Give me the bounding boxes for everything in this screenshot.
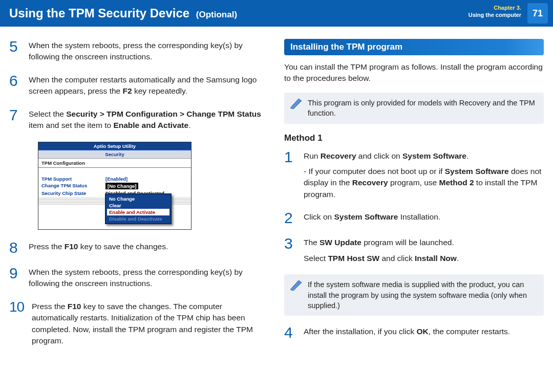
right-column: Installing the TPM program You can insta… — [284, 39, 544, 357]
bios-option-selected: Enable and Activate — [107, 209, 169, 215]
step-number: 2 — [284, 210, 304, 226]
svg-marker-3 — [290, 280, 302, 291]
method1-step-4: 4 After the installation, if you click O… — [284, 325, 544, 340]
step-number: 4 — [284, 325, 304, 340]
body-columns: 5 When the system reboots, press the cor… — [0, 27, 553, 357]
step-text: When the system reboots, press the corre… — [29, 266, 269, 290]
step-text: Run Recovery and click on System Softwar… — [304, 149, 544, 201]
svg-marker-0 — [290, 99, 302, 109]
section-header: Installing the TPM program — [284, 39, 544, 55]
note-box: If the system software media is supplied… — [284, 274, 544, 316]
step-number: 3 — [284, 236, 304, 264]
bios-body: TPM Support [Enabled] Change TPM Status … — [38, 168, 191, 229]
bios-row-label: TPM Support — [41, 176, 105, 182]
step-10: 10 Press the F10 key to save the changes… — [9, 300, 269, 347]
bios-subtitle: TPM Configuration — [38, 159, 191, 168]
bios-screenshot: Aptio Setup Utility Security TPM Configu… — [38, 142, 192, 230]
method1-step-2: 2 Click on System Software Installation. — [284, 210, 544, 226]
step-text: When the computer restarts automatically… — [29, 73, 269, 97]
bios-row: Change TPM Status [No Change] — [41, 183, 188, 189]
bios-row-value: [No Change] — [105, 183, 138, 189]
step-number: 10 — [9, 300, 32, 347]
step-subtext: Select TPM Host SW and click Install Now… — [304, 253, 459, 264]
note-text: This program is only provided for models… — [308, 99, 535, 117]
bios-row-label: Security Chip State — [41, 190, 105, 196]
step-number: 5 — [9, 39, 29, 63]
step-text: Select the Security > TPM Configuration … — [29, 107, 269, 132]
page-title: Using the TPM Security Device (Optional) — [9, 6, 237, 20]
bios-row: TPM Support [Enabled] — [41, 176, 188, 182]
bios-option: No Change — [107, 195, 169, 202]
note-icon — [289, 98, 303, 109]
section-intro: You can install the TPM program as follo… — [284, 61, 544, 84]
method-header: Method 1 — [284, 133, 544, 143]
bios-option: Clear — [107, 202, 169, 209]
method1-step-3: 3 The SW Update program will be launched… — [284, 236, 544, 264]
left-column: 5 When the system reboots, press the cor… — [9, 39, 269, 357]
bios-tab: Security — [38, 150, 191, 159]
step-number: 1 — [284, 149, 304, 201]
bios-title: Aptio Setup Utility — [38, 142, 191, 150]
step-number: 7 — [9, 107, 29, 132]
title-main: Using the TPM Security Device — [9, 6, 189, 20]
step-8: 8 Press the F10 key to save the changes. — [9, 240, 269, 255]
bios-row-value: [Enabled] — [105, 176, 127, 182]
step-text: Press the F10 key to save the changes. T… — [32, 300, 269, 347]
chapter-line1: Chapter 3. — [469, 4, 521, 11]
page-header: Using the TPM Security Device (Optional)… — [0, 0, 553, 27]
step-text: Click on System Software Installation. — [304, 210, 440, 226]
chapter-line2: Using the computer — [469, 11, 521, 18]
step-text: Press the F10 key to save the changes. — [29, 240, 168, 255]
chapter-label: Chapter 3. Using the computer — [469, 4, 521, 18]
step-9: 9 When the system reboots, press the cor… — [9, 266, 269, 290]
bios-option: Disable and Deactivate — [107, 215, 169, 222]
page-number: 71 — [527, 3, 548, 24]
page-root: Using the TPM Security Device (Optional)… — [0, 0, 553, 392]
note-text: If the system software media is supplied… — [308, 280, 527, 310]
note-box: This program is only provided for models… — [284, 93, 544, 124]
step-subtext: - If your computer does not boot up or i… — [304, 166, 544, 200]
step-text: After the installation, if you click OK,… — [304, 325, 510, 340]
bios-row-label: Change TPM Status — [41, 183, 105, 189]
note-icon — [289, 279, 303, 291]
step-text: When the system reboots, press the corre… — [29, 39, 269, 63]
title-suffix: (Optional) — [196, 10, 237, 19]
step-text: The SW Update program will be launched. … — [304, 236, 459, 264]
step-number: 6 — [9, 73, 29, 97]
bios-popup: No Change Clear Enable and Activate Disa… — [105, 193, 172, 224]
step-number: 9 — [9, 266, 29, 290]
step-5: 5 When the system reboots, press the cor… — [9, 39, 269, 63]
method1-step-1: 1 Run Recovery and click on System Softw… — [284, 149, 544, 201]
step-6: 6 When the computer restarts automatical… — [9, 73, 269, 97]
step-7: 7 Select the Security > TPM Configuratio… — [9, 107, 269, 132]
step-number: 8 — [9, 240, 29, 255]
